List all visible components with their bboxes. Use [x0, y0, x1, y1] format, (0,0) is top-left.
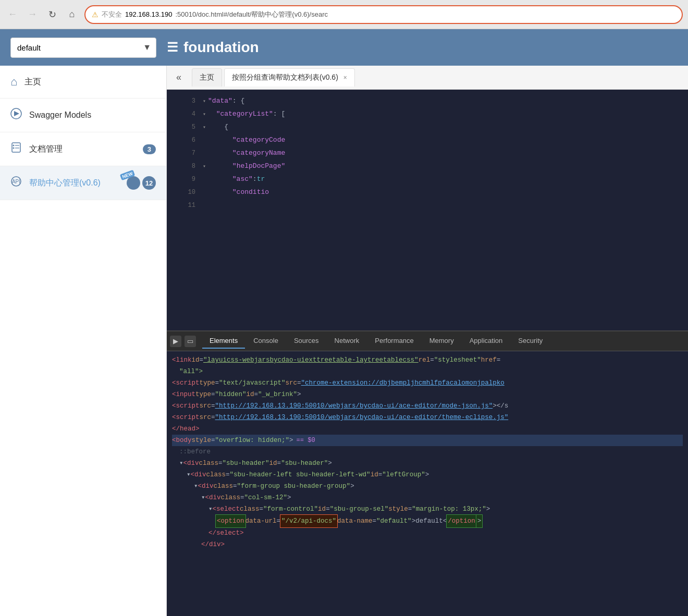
tab-performance[interactable]: Performance: [367, 334, 421, 349]
sidebar-swagger-label: Swagger Models: [29, 110, 91, 120]
doc-badge: 3: [143, 144, 156, 154]
code-line-1: <link id="layuicss-webjarsbycdao-uiexttr…: [172, 354, 683, 366]
home-button[interactable]: ⌂: [65, 7, 79, 22]
tabs-bar: « 主页 按照分组查询帮助文档列表(v0.6) ×: [167, 66, 688, 90]
sidebar: ⌂ 主页 Swagger Models 文: [0, 66, 167, 616]
devtools-nav-buttons: ▶ ▭: [170, 336, 196, 347]
content-area: « 主页 按照分组查询帮助文档列表(v0.6) × 3 ▾ "data" : {…: [167, 66, 688, 616]
sidebar-doc-label: 文档管理: [29, 144, 63, 155]
tab-application[interactable]: Application: [462, 334, 510, 349]
menu-icon: ☰: [167, 40, 178, 55]
home-icon: ⌂: [10, 75, 17, 89]
code-line-leftgroup: ▾ <div class="sbu-header-left sbu-header…: [172, 469, 683, 481]
svg-point-5: [13, 147, 15, 149]
tab-console[interactable]: Console: [246, 334, 286, 349]
code-line-colsm12: ▾ <div class="col-sm-12">: [172, 492, 683, 503]
code-line-2: "all">: [172, 366, 683, 377]
url-path: :50010/doc.html#/default/帮助中心管理(v0.6)/se…: [175, 10, 328, 19]
back-button[interactable]: ←: [5, 7, 20, 22]
code-line-sbu-header: ▾ <div class="sbu-header" id="sbu-header…: [172, 458, 683, 469]
code-line-formgroup: ▾ <div class="form-group sbu-header-grou…: [172, 481, 683, 492]
devtools-select-button[interactable]: ▶: [170, 336, 181, 347]
reload-button[interactable]: ↻: [45, 7, 59, 22]
insecure-label: 不安全: [102, 10, 122, 19]
json-line-7: 7 "categoryName: [177, 147, 678, 160]
help-icon: API: [10, 176, 22, 190]
code-line-7: </head>: [172, 423, 683, 435]
app-title-text: foundation: [183, 39, 259, 56]
sidebar-item-home[interactable]: ⌂ 主页: [0, 66, 166, 98]
browser-chrome: ← → ↻ ⌂ ⚠ 不安全 192.168.13.190 :50010/doc.…: [0, 0, 688, 29]
tab-sources[interactable]: Sources: [287, 334, 326, 349]
sidebar-item-doc[interactable]: 文档管理 3: [0, 132, 166, 166]
code-line-before: ::before: [172, 446, 683, 458]
tab-security[interactable]: Security: [511, 334, 550, 349]
tab-home[interactable]: 主页: [192, 68, 222, 87]
help-new-badge: [127, 176, 140, 190]
code-line-option: <option data-url="/v2/api-docs" data-nam…: [216, 515, 683, 527]
svg-text:API: API: [12, 179, 20, 184]
svg-marker-1: [14, 111, 19, 116]
doc-icon: [10, 142, 22, 156]
forward-button[interactable]: →: [25, 7, 40, 22]
code-line-6: <script src="http://192.168.13.190:50010…: [172, 412, 683, 423]
json-line-11: 11: [177, 199, 678, 212]
json-line-3: 3 ▾ "data" : {: [177, 95, 678, 108]
tab-close-icon[interactable]: ×: [343, 74, 347, 81]
address-bar[interactable]: ⚠ 不安全 192.168.13.190 :50010/doc.html#/de…: [84, 5, 683, 24]
dom-selected-indicator: == $0: [297, 435, 315, 446]
help-badge-wrapper: 12: [127, 176, 156, 190]
tab-network[interactable]: Network: [327, 334, 367, 349]
json-line-5: 5 ▾ {: [177, 121, 678, 134]
devtools-tabs-bar: ▶ ▭ Elements Console Sources Network Per…: [167, 331, 688, 351]
devtools-device-button[interactable]: ▭: [185, 336, 196, 347]
devtools-panel: ▶ ▭ Elements Console Sources Network Per…: [167, 330, 688, 616]
code-line-4: <input type="hidden" id="_w_brink">: [172, 389, 683, 400]
json-line-10: 10 "conditio: [177, 186, 678, 199]
tab-elements[interactable]: Elements: [202, 334, 245, 349]
swagger-icon: [10, 108, 22, 122]
app-title: ☰ foundation: [167, 39, 259, 56]
code-line-select: ▾ <select class="form-control" id="sbu-g…: [172, 503, 683, 515]
code-line-end-select: </select>: [172, 527, 683, 539]
code-line-body: <body style="overflow: hidden;"> == $0: [172, 435, 683, 446]
tab-api[interactable]: 按照分组查询帮助文档列表(v0.6) ×: [224, 68, 355, 87]
tab-api-label: 按照分组查询帮助文档列表(v0.6): [232, 73, 338, 82]
code-line-5: <script src="http://192.168.13.190:50010…: [172, 400, 683, 412]
json-line-8: 8 ▾ "helpDocPage": [177, 160, 678, 173]
sidebar-home-label: 主页: [24, 77, 41, 88]
warning-icon: ⚠: [92, 10, 99, 19]
json-viewer: 3 ▾ "data" : { 4 ▾ "categoryList" : [ 5 …: [167, 90, 688, 330]
app-header: default ▼ ☰ foundation: [0, 29, 688, 66]
tab-memory[interactable]: Memory: [422, 334, 461, 349]
json-line-6: 6 "categoryCode: [177, 134, 678, 147]
group-selector[interactable]: default: [10, 38, 156, 58]
sidebar-item-help[interactable]: API 帮助中心管理(v0.6) 12: [0, 166, 166, 200]
json-line-9: 9 "asc" : tr: [177, 173, 678, 186]
group-selector-wrapper: default ▼: [10, 38, 156, 58]
code-line-3: <script type="text/javascript" src="chro…: [172, 377, 683, 389]
collapse-tabs-button[interactable]: «: [172, 70, 186, 85]
sidebar-help-label: 帮助中心管理(v0.6): [29, 178, 101, 189]
svg-point-3: [13, 145, 15, 146]
ip-address: 192.168.13.190: [125, 10, 172, 18]
sidebar-item-swagger[interactable]: Swagger Models: [0, 98, 166, 132]
tab-home-label: 主页: [200, 73, 214, 82]
code-line-end-div: </div>: [172, 539, 683, 550]
devtools-code-view: <link id="layuicss-webjarsbycdao-uiexttr…: [167, 351, 688, 616]
json-line-4: 4 ▾ "categoryList" : [: [177, 108, 678, 121]
main-layout: ⌂ 主页 Swagger Models 文: [0, 66, 688, 616]
help-count-badge: 12: [142, 176, 156, 190]
